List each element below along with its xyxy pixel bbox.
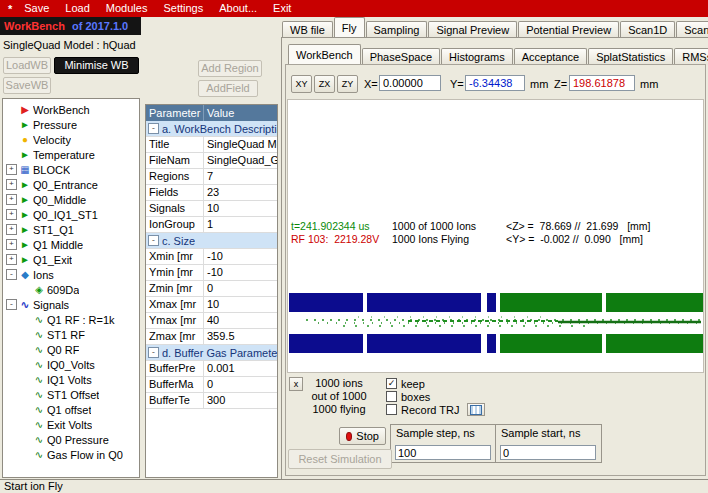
- tree-item[interactable]: Q1 RF : R=1k: [3, 312, 139, 327]
- collapse-icon[interactable]: [148, 235, 159, 246]
- tree-item[interactable]: Q1 offset: [3, 402, 139, 417]
- menu-item[interactable]: Save: [16, 0, 57, 17]
- add-field-button[interactable]: AddField: [198, 80, 258, 97]
- main-tab[interactable]: Potential Preview: [518, 21, 619, 38]
- tree-item[interactable]: WorkBench: [3, 102, 139, 117]
- tree-item[interactable]: Velocity: [3, 132, 139, 147]
- param-row[interactable]: Zmax [mr 359.5: [146, 329, 277, 345]
- tree-item[interactable]: Q0 Pressure: [3, 432, 139, 447]
- param-row[interactable]: Regions 7: [146, 169, 277, 185]
- main-tab[interactable]: Scan1D: [620, 21, 675, 38]
- main-tab[interactable]: Fly: [334, 17, 365, 38]
- param-value-cell[interactable]: SingleQuad_GF2: [204, 153, 277, 168]
- tree-item[interactable]: IQ1 Volts: [3, 372, 139, 387]
- param-section-row[interactable]: d. Buffer Gas Parameters: [146, 345, 277, 361]
- param-row[interactable]: Title SingleQuad Mod: [146, 137, 277, 153]
- param-value-cell[interactable]: 0.001: [204, 361, 277, 376]
- param-row[interactable]: Xmax [mr 10: [146, 297, 277, 313]
- tree-expander-icon[interactable]: [6, 269, 17, 280]
- add-region-button[interactable]: Add Region: [198, 60, 262, 77]
- tree-expander-icon[interactable]: [6, 299, 17, 310]
- tree-item[interactable]: Ions: [3, 267, 139, 282]
- stop-button[interactable]: Stop: [339, 427, 386, 445]
- param-value-cell[interactable]: 0: [204, 281, 277, 296]
- collapse-icon[interactable]: [148, 347, 159, 358]
- param-value-cell[interactable]: -10: [204, 265, 277, 280]
- tree-item[interactable]: IQ0_Volts: [3, 357, 139, 372]
- tree-item[interactable]: BLOCK: [3, 162, 139, 177]
- collapse-icon[interactable]: [148, 123, 159, 134]
- tree-item[interactable]: Gas Flow in Q0: [3, 447, 139, 462]
- sample-start-input[interactable]: [500, 445, 596, 460]
- record-trj-checkbox[interactable]: Record TRJ: [386, 403, 485, 416]
- reset-simulation-button[interactable]: Reset Simulation: [288, 449, 392, 469]
- main-tab[interactable]: Signal Preview: [428, 21, 517, 38]
- minimise-wb-button[interactable]: Minimise WB: [54, 57, 139, 74]
- main-tab[interactable]: Scan2D: [676, 21, 708, 38]
- keep-checkbox[interactable]: keep: [386, 377, 485, 390]
- tree-item[interactable]: ST1_Q1: [3, 222, 139, 237]
- menu-item[interactable]: Modules: [98, 0, 156, 17]
- tree-expander-icon[interactable]: [6, 239, 17, 250]
- record-trj-file-button[interactable]: [467, 403, 485, 416]
- param-value-cell[interactable]: -10: [204, 249, 277, 264]
- tree-item[interactable]: 609Da: [3, 282, 139, 297]
- tree-item[interactable]: Q0_Middle: [3, 192, 139, 207]
- param-row[interactable]: Xmin [mr -10: [146, 249, 277, 265]
- view-tab[interactable]: WorkBench: [288, 44, 361, 65]
- tree-expander-icon[interactable]: [6, 194, 17, 205]
- param-value-cell[interactable]: 23: [204, 185, 277, 200]
- menu-item[interactable]: About...: [211, 0, 265, 17]
- param-row[interactable]: BufferTe 300: [146, 393, 277, 409]
- param-value-cell[interactable]: 1: [204, 217, 277, 232]
- param-value-cell[interactable]: 10: [204, 297, 277, 312]
- boxes-checkbox-box[interactable]: [386, 391, 397, 402]
- tree-item[interactable]: Temperature: [3, 147, 139, 162]
- tree-expander-icon[interactable]: [6, 224, 17, 235]
- view-tab[interactable]: Histograms: [441, 48, 513, 65]
- param-row[interactable]: IonGroup 1: [146, 217, 277, 233]
- record-trj-checkbox-box[interactable]: [386, 404, 397, 415]
- tree-item[interactable]: Q0_Entrance: [3, 177, 139, 192]
- param-value-cell[interactable]: 0: [204, 377, 277, 392]
- keep-checkbox-box[interactable]: [386, 378, 397, 389]
- close-ions-button[interactable]: x: [289, 377, 303, 391]
- projection-button[interactable]: XY: [291, 75, 312, 93]
- menu-item[interactable]: Settings: [155, 0, 211, 17]
- param-value-cell[interactable]: 7: [204, 169, 277, 184]
- tree-item[interactable]: ST1 RF: [3, 327, 139, 342]
- menu-item[interactable]: Load: [57, 0, 97, 17]
- param-row[interactable]: Zmin [mr 0: [146, 281, 277, 297]
- main-tab[interactable]: WB file: [282, 21, 333, 38]
- tree-item[interactable]: Pressure: [3, 117, 139, 132]
- y-coordinate-field[interactable]: [465, 75, 525, 91]
- tree-item[interactable]: ST1 Offset: [3, 387, 139, 402]
- tree-expander-icon[interactable]: [6, 254, 17, 265]
- view-tab[interactable]: RMSstatis: [674, 48, 708, 65]
- param-value-cell[interactable]: 300: [204, 393, 277, 408]
- menu-item[interactable]: Exit: [265, 0, 299, 17]
- view-tab[interactable]: PhaseSpace: [362, 48, 440, 65]
- save-wb-button[interactable]: SaveWB: [3, 77, 51, 94]
- tree-item[interactable]: Exit Volts: [3, 417, 139, 432]
- tree-item[interactable]: Q1 Middle: [3, 237, 139, 252]
- view-tab[interactable]: Acceptance: [514, 48, 587, 65]
- param-row[interactable]: Ymax [mr 40: [146, 313, 277, 329]
- param-row[interactable]: Ymin [mr -10: [146, 265, 277, 281]
- param-value-cell[interactable]: 10: [204, 201, 277, 216]
- tree-item[interactable]: Q1_Exit: [3, 252, 139, 267]
- param-row[interactable]: Signals 10: [146, 201, 277, 217]
- projection-button[interactable]: ZY: [337, 75, 358, 93]
- param-section-row[interactable]: a. WorkBench Description: [146, 121, 277, 137]
- param-value-cell[interactable]: 359.5: [204, 329, 277, 344]
- param-section-row[interactable]: c. Size: [146, 233, 277, 249]
- tree-expander-icon[interactable]: [6, 164, 17, 175]
- param-value-cell[interactable]: SingleQuad Mod: [204, 137, 277, 152]
- param-row[interactable]: FileNam SingleQuad_GF2: [146, 153, 277, 169]
- projection-button[interactable]: ZX: [314, 75, 335, 93]
- param-value-cell[interactable]: 40: [204, 313, 277, 328]
- tree-expander-icon[interactable]: [6, 209, 17, 220]
- sample-step-input[interactable]: [395, 445, 491, 460]
- tree-item[interactable]: Q0 RF: [3, 342, 139, 357]
- x-coordinate-field[interactable]: [379, 75, 441, 91]
